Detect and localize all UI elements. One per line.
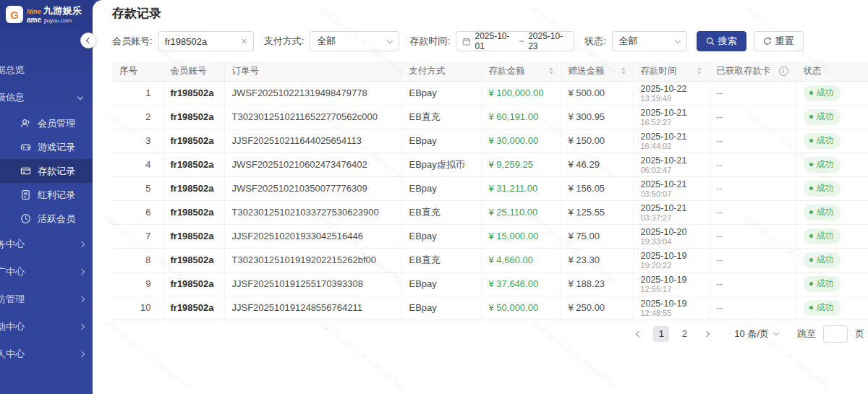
payment-method-select[interactable]: 全部 bbox=[310, 31, 399, 51]
chevron-down-icon bbox=[77, 93, 83, 99]
status-badge: 成功 bbox=[804, 157, 841, 173]
sidebar-item-active-members[interactable]: 活跃会员 bbox=[0, 207, 93, 231]
sidebar-item-personal-center[interactable]: 人中心 bbox=[0, 341, 93, 368]
logo-brand-cn: 九游娱乐 bbox=[43, 6, 82, 15]
page-number-1[interactable]: 1 bbox=[653, 326, 669, 342]
clock-icon bbox=[20, 213, 31, 224]
chevron-down-icon bbox=[773, 330, 779, 335]
cell-index: 7 bbox=[112, 224, 163, 248]
reset-button[interactable]: 重置 bbox=[754, 31, 804, 51]
column-header[interactable]: 存款金额 bbox=[481, 61, 561, 81]
cell-bonus-amount: ¥ 188.23 bbox=[561, 272, 633, 296]
cell-bonus-amount: ¥ 125.55 bbox=[561, 200, 633, 224]
date-range-separator: ~ bbox=[519, 36, 524, 46]
column-header: 支付方式 bbox=[401, 61, 481, 81]
cell-index: 6 bbox=[112, 200, 163, 224]
account-input[interactable]: fr198502a × bbox=[158, 31, 254, 51]
jump-page-input[interactable] bbox=[823, 325, 848, 343]
deposit-time-range-picker[interactable]: 2025-10-01 ~ 2025-10-23 bbox=[456, 31, 574, 51]
cell-account: fr198502a bbox=[163, 129, 224, 153]
sidebar-item-activity-center[interactable]: 动中心 bbox=[0, 313, 93, 341]
status-badge: 成功 bbox=[804, 133, 841, 149]
table-row: 2fr198502aT30230125102116522770562c000EB… bbox=[112, 105, 868, 129]
sidebar-collapse-button[interactable] bbox=[80, 33, 96, 48]
chevron-right-icon bbox=[704, 330, 710, 336]
sidebar-item-finance-center[interactable]: 务中心 bbox=[0, 231, 93, 258]
sort-icon[interactable] bbox=[549, 67, 553, 74]
next-page-button[interactable] bbox=[699, 326, 715, 342]
cell-status: 成功 bbox=[796, 248, 868, 272]
cell-bonus-amount: ¥ 46.29 bbox=[561, 153, 633, 176]
account-filter-label: 会员账号: bbox=[112, 35, 153, 48]
column-header: 序号 bbox=[112, 61, 163, 81]
status-badge: 成功 bbox=[804, 252, 841, 268]
cell-index: 1 bbox=[112, 81, 163, 105]
prev-page-button[interactable] bbox=[630, 326, 646, 342]
table-row: 7fr198502aJJSF202510201933042516446EBpay… bbox=[112, 224, 868, 248]
sort-icon[interactable] bbox=[621, 67, 626, 74]
date-range-end: 2025-10-23 bbox=[528, 31, 568, 51]
cell-account: fr198502a bbox=[163, 200, 224, 224]
cell-status: 成功 bbox=[796, 129, 868, 153]
page-title: 存款记录 bbox=[112, 6, 868, 22]
payment-filter-label: 支付方式: bbox=[264, 35, 305, 48]
sidebar: G Nine 九游娱乐 ame jiuyou.com 据总览 级信息 bbox=[0, 0, 93, 394]
cell-deposit-card: -- bbox=[709, 105, 796, 129]
page-size-select[interactable]: 10 条/页 bbox=[734, 327, 778, 341]
cell-index: 2 bbox=[112, 105, 163, 129]
status-badge: 成功 bbox=[804, 300, 841, 316]
cell-deposit-time: 2025-10-2116:52:27 bbox=[633, 105, 709, 129]
sidebar-item-label: 红利记录 bbox=[38, 189, 75, 202]
sidebar-item-venue-management[interactable]: 坊管理 bbox=[0, 286, 93, 313]
cell-index: 10 bbox=[112, 296, 163, 320]
sidebar-item-bonus-records[interactable]: 红利记录 bbox=[0, 183, 93, 207]
user-icon bbox=[20, 118, 31, 129]
logo-nine-text: Nine bbox=[27, 9, 41, 15]
cell-deposit-time: 2025-10-1912:55:17 bbox=[633, 272, 709, 296]
sidebar-item-label: 据总览 bbox=[0, 64, 25, 77]
sidebar-item-level-info[interactable]: 级信息 bbox=[0, 84, 93, 111]
chevron-left-icon bbox=[86, 38, 92, 43]
column-header[interactable]: 存款时间 bbox=[633, 61, 709, 81]
clear-icon[interactable]: × bbox=[241, 36, 247, 46]
status-badge: 成功 bbox=[804, 109, 841, 125]
sidebar-item-deposit-records[interactable]: 存款记录 bbox=[0, 159, 93, 183]
column-header[interactable]: 赠送金额 bbox=[561, 61, 633, 81]
cell-index: 3 bbox=[112, 129, 163, 153]
search-button[interactable]: 搜索 bbox=[697, 31, 746, 51]
page-number-2[interactable]: 2 bbox=[676, 326, 692, 342]
status-select[interactable]: 全部 bbox=[612, 31, 687, 51]
cell-account: fr198502a bbox=[163, 81, 224, 105]
column-header-label: 已获取存款卡 bbox=[717, 65, 771, 77]
cell-bonus-amount: ¥ 23.30 bbox=[561, 248, 633, 272]
cell-deposit-card: -- bbox=[709, 129, 796, 153]
sidebar-item-data-overview[interactable]: 据总览 bbox=[0, 56, 93, 84]
cell-deposit-card: -- bbox=[709, 224, 796, 248]
app-window: G Nine 九游娱乐 ame jiuyou.com 据总览 级信息 bbox=[0, 0, 868, 394]
cell-deposit-card: -- bbox=[709, 200, 796, 224]
cell-bonus-amount: ¥ 156.05 bbox=[561, 176, 633, 200]
sidebar-item-label: 人中心 bbox=[0, 348, 25, 361]
cell-payment-method: EBpay虚拟币 bbox=[401, 153, 481, 176]
main-content: 存款记录 会员账号: fr198502a × 支付方式: 全部 存款时间: 20… bbox=[93, 0, 868, 394]
sidebar-item-game-records[interactable]: 游戏记录 bbox=[0, 135, 93, 159]
column-header-label: 存款金额 bbox=[489, 65, 525, 77]
cell-deposit-amount: ¥ 9,259.25 bbox=[481, 153, 561, 176]
cell-index: 4 bbox=[112, 153, 163, 176]
table-row: 8fr198502aT30230125101919202215262bf00EB… bbox=[112, 248, 868, 272]
cell-deposit-amount: ¥ 15,000.00 bbox=[481, 224, 561, 248]
column-header: 订单号 bbox=[224, 61, 401, 81]
table-row: 5fr198502aJWSF202510210350077776309EBpay… bbox=[112, 176, 868, 200]
status-badge: 成功 bbox=[804, 276, 841, 292]
cell-order-number: T30230125102116522770562c000 bbox=[224, 105, 401, 129]
sidebar-item-member-management[interactable]: 会员管理 bbox=[0, 111, 93, 135]
sort-icon[interactable] bbox=[697, 67, 702, 74]
page-size-value: 10 条/页 bbox=[734, 327, 769, 341]
table-body: 1fr198502aJWSF202510221319498479778EBpay… bbox=[112, 81, 868, 320]
cell-deposit-amount: ¥ 4,660.00 bbox=[481, 248, 561, 272]
cell-order-number: JJSF202510191248556764211 bbox=[224, 296, 401, 320]
info-icon[interactable]: i bbox=[779, 67, 788, 76]
sidebar-item-promotion-center[interactable]: 广中心 bbox=[0, 258, 93, 286]
cell-account: fr198502a bbox=[163, 296, 224, 320]
cell-status: 成功 bbox=[796, 176, 868, 200]
